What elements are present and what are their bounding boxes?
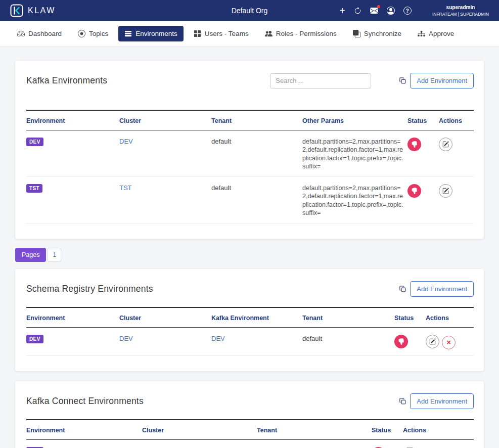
column-header: Cluster: [142, 420, 257, 440]
column-header: Actions: [426, 307, 474, 328]
nav-label: Synchronize: [364, 30, 401, 37]
nav-item-users-teams[interactable]: Users - Teams: [188, 26, 255, 41]
column-header: Tenant: [302, 307, 394, 328]
brand-name: KLAW: [28, 6, 56, 15]
column-header: Cluster: [119, 110, 211, 130]
table-row: DEV DEV default default.partitions=2,max…: [26, 130, 474, 177]
delete-environment-button[interactable]: ×: [442, 336, 456, 349]
notification-dot: [377, 5, 380, 8]
column-header: Kafka Environment: [211, 307, 302, 328]
column-header: Actions: [403, 420, 474, 440]
schema-registry-environments-card: Schema Registry Environments Add Environ…: [15, 269, 484, 371]
page-number-button[interactable]: 1: [48, 248, 61, 262]
approve-icon: [418, 30, 425, 37]
search-input[interactable]: [270, 73, 371, 88]
user-name: superadmin: [432, 5, 489, 10]
nav-item-dashboard[interactable]: Dashboard: [11, 26, 68, 41]
user-info[interactable]: superadmin INFRATEAM | SUPERADMIN: [432, 5, 489, 17]
nav-label: Users - Teams: [205, 30, 249, 37]
add-environment-button[interactable]: Add Environment: [410, 281, 474, 297]
add-environment-button[interactable]: Add Environment: [410, 73, 474, 88]
edit-environment-button[interactable]: [426, 335, 439, 348]
nav-item-topics[interactable]: Topics: [72, 26, 114, 41]
column-header: Status: [372, 420, 403, 440]
nav-label: Topics: [89, 30, 108, 37]
content-area: Kafka Environments Add Environment Envir…: [0, 47, 499, 448]
tenant-value: default: [211, 184, 231, 192]
pagination: Pages 1: [15, 248, 484, 262]
add-environment-button[interactable]: Add Environment: [410, 393, 474, 409]
column-header: Environment: [26, 307, 119, 328]
other-params: default.partitions=2,max.partitions=2,de…: [302, 138, 403, 170]
edit-environment-button[interactable]: [439, 138, 452, 151]
schema-environments-table: Environment Cluster Kafka Environment Te…: [26, 307, 474, 356]
column-header: Status: [394, 307, 426, 328]
kafka-environments-table: Environment Cluster Tenant Other Params …: [26, 110, 474, 223]
profile-icon[interactable]: [387, 7, 395, 15]
kafka-environment-link[interactable]: DEV: [211, 335, 225, 342]
kafka-environments-card: Kafka Environments Add Environment Envir…: [15, 61, 484, 239]
tenant-value: default: [302, 335, 322, 342]
klaw-logo-icon: [10, 4, 23, 17]
status-down-indicator: [394, 335, 408, 348]
nav-item-environments[interactable]: Environments: [118, 26, 184, 41]
column-header: Cluster: [119, 307, 211, 328]
table-row: DEV DEV default: [26, 439, 474, 448]
nav-label: Roles - Permissions: [276, 30, 337, 37]
thumbs-down-icon: [411, 141, 418, 148]
column-header: Tenant: [211, 110, 302, 130]
mail-icon[interactable]: [370, 7, 378, 15]
copy-icon[interactable]: [399, 77, 406, 84]
pages-button[interactable]: Pages: [15, 248, 46, 262]
user-team: INFRATEAM | SUPERADMIN: [432, 12, 489, 17]
page-title: Kafka Environments: [26, 75, 107, 86]
column-header: Tenant: [257, 420, 372, 440]
nav-label: Environments: [135, 30, 177, 37]
edit-pencil-icon: [442, 141, 449, 148]
copy-icon[interactable]: [399, 398, 406, 405]
dashboard-icon: [17, 30, 25, 37]
cluster-link[interactable]: DEV: [119, 335, 133, 342]
klaw-logo[interactable]: KLAW: [10, 4, 56, 17]
org-name: Default Org: [232, 7, 268, 15]
status-down-indicator: [407, 138, 421, 151]
thumbs-down-icon: [398, 338, 404, 345]
nav-item-approve[interactable]: Approve: [412, 26, 460, 41]
kafka-connect-environments-card: Kafka Connect Environments Add Environme…: [15, 381, 484, 448]
main-navigation: Dashboard Topics Environments Users - Te…: [0, 21, 499, 47]
roles-permissions-icon: [265, 30, 273, 37]
edit-environment-button[interactable]: [439, 184, 452, 198]
copy-icon[interactable]: [399, 286, 406, 292]
topics-icon: [78, 30, 85, 37]
nav-item-roles-permissions[interactable]: Roles - Permissions: [259, 26, 343, 41]
topbar: KLAW Default Org + ? superadmin INFRATEA…: [0, 0, 499, 21]
section-title: Schema Registry Environments: [26, 284, 153, 294]
edit-pencil-icon: [429, 338, 436, 345]
nav-item-synchronize[interactable]: Synchronize: [347, 26, 407, 41]
nav-label: Dashboard: [28, 30, 62, 37]
synchronize-icon: [353, 30, 360, 37]
column-header: Environment: [26, 110, 119, 130]
env-badge: TST: [26, 184, 42, 193]
table-row: DEV DEV DEV default ×: [26, 328, 474, 356]
users-teams-icon: [194, 30, 201, 37]
column-header: Other Params: [302, 110, 407, 130]
status-down-indicator: [407, 184, 421, 198]
column-header: Status: [407, 110, 439, 130]
section-title: Kafka Connect Environments: [26, 396, 144, 407]
cluster-link[interactable]: DEV: [119, 138, 133, 145]
connect-environments-table: Environment Cluster Tenant Status Action…: [26, 419, 474, 448]
column-header: Actions: [439, 110, 474, 130]
env-badge: DEV: [26, 138, 43, 146]
env-badge: DEV: [26, 335, 43, 343]
help-icon[interactable]: ?: [403, 7, 412, 15]
edit-pencil-icon: [442, 188, 449, 194]
nav-label: Approve: [429, 30, 454, 37]
environments-icon: [124, 30, 132, 37]
other-params: default.partitions=2,max.partitions=2,de…: [302, 184, 403, 217]
cluster-link[interactable]: TST: [119, 184, 132, 192]
refresh-icon[interactable]: [354, 7, 361, 15]
table-row: TST TST default default.partitions=2,max…: [26, 177, 474, 223]
plus-icon[interactable]: +: [339, 6, 345, 16]
tenant-value: default: [211, 138, 231, 145]
